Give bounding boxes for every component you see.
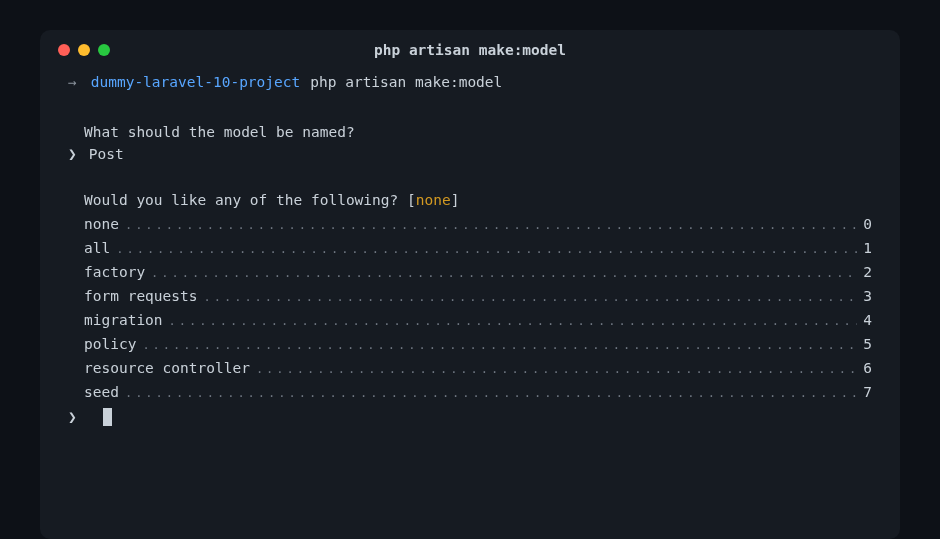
dot-leader: ........................................… [204, 290, 858, 304]
option-label: policy [84, 336, 142, 352]
working-directory: dummy-laravel-10-project [91, 74, 301, 90]
cursor-block [103, 408, 112, 426]
option-number: 4 [857, 312, 872, 328]
dot-leader: ........................................… [116, 242, 857, 256]
option-label: resource controller [84, 360, 256, 376]
option-row[interactable]: seed....................................… [84, 384, 872, 400]
default-value: none [416, 192, 451, 208]
option-label: seed [84, 384, 125, 400]
option-number: 2 [857, 264, 872, 280]
bracket-close: ] [451, 192, 460, 208]
model-name-input-line: ❯ Post [68, 146, 872, 162]
option-row[interactable]: migration...............................… [84, 312, 872, 328]
option-row[interactable]: all.....................................… [84, 240, 872, 256]
option-row[interactable]: policy..................................… [84, 336, 872, 352]
terminal-content[interactable]: → dummy-laravel-10-project php artisan m… [40, 68, 900, 444]
option-number: 1 [857, 240, 872, 256]
question-options-text: Would you like any of the following? [84, 192, 407, 208]
option-label: none [84, 216, 125, 232]
dot-leader: ........................................… [169, 314, 858, 328]
option-label: migration [84, 312, 169, 328]
question-options: Would you like any of the following? [no… [68, 192, 872, 208]
option-row[interactable]: resource controller.....................… [84, 360, 872, 376]
command-text: php artisan make:model [310, 74, 502, 90]
window-titlebar: php artisan make:model [40, 30, 900, 68]
minimize-icon[interactable] [78, 44, 90, 56]
option-number: 3 [857, 288, 872, 304]
traffic-lights [58, 44, 110, 56]
option-label: all [84, 240, 116, 256]
shell-prompt: → dummy-laravel-10-project php artisan m… [68, 74, 872, 90]
dot-leader: ........................................… [256, 362, 857, 376]
dot-leader: ........................................… [151, 266, 857, 280]
option-row[interactable]: form requests...........................… [84, 288, 872, 304]
bracket-open: [ [407, 192, 416, 208]
dot-leader: ........................................… [125, 218, 857, 232]
option-row[interactable]: factory.................................… [84, 264, 872, 280]
close-icon[interactable] [58, 44, 70, 56]
option-number: 0 [857, 216, 872, 232]
question-model-name: What should the model be named? [68, 124, 872, 140]
window-title: php artisan make:model [374, 42, 566, 58]
option-number: 5 [857, 336, 872, 352]
dot-leader: ........................................… [142, 338, 857, 352]
model-name-value: Post [89, 146, 124, 162]
dot-leader: ........................................… [125, 386, 857, 400]
option-label: factory [84, 264, 151, 280]
option-row[interactable]: none....................................… [84, 216, 872, 232]
terminal-window: php artisan make:model → dummy-laravel-1… [40, 30, 900, 539]
maximize-icon[interactable] [98, 44, 110, 56]
input-prompt-line[interactable]: ❯ [68, 408, 872, 426]
caret-icon: ❯ [68, 146, 77, 162]
option-number: 7 [857, 384, 872, 400]
option-number: 6 [857, 360, 872, 376]
prompt-arrow-icon: → [68, 74, 77, 90]
option-label: form requests [84, 288, 204, 304]
caret-icon: ❯ [68, 409, 77, 425]
options-list: none....................................… [68, 216, 872, 400]
